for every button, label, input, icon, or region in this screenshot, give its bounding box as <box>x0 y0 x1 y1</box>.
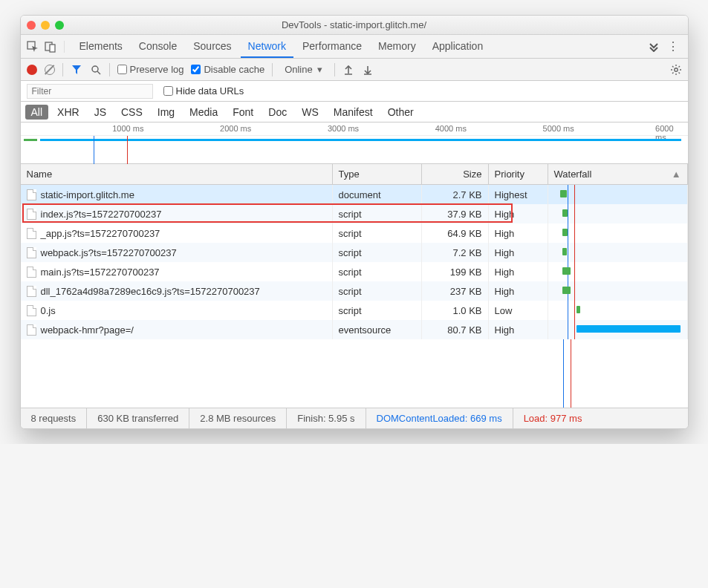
svg-rect-2 <box>50 45 55 52</box>
file-icon <box>27 324 36 336</box>
inspect-icon[interactable] <box>27 41 39 53</box>
inspect-tools <box>27 41 65 53</box>
table-row[interactable]: static-import.glitch.medocument2.7 KBHig… <box>21 185 688 204</box>
type-filter-ws[interactable]: WS <box>296 105 325 120</box>
chevron-down-icon: ▾ <box>317 64 322 75</box>
status-bar: 8 requests 630 KB transferred 2.8 MB res… <box>21 408 688 428</box>
table-row[interactable]: dll_1762a4d98a7289ec16c9.js?ts=157227070… <box>21 281 688 301</box>
window-title: DevTools - static-import.glitch.me/ <box>21 19 688 30</box>
throttling-select[interactable]: Online ▾ <box>280 64 327 75</box>
file-icon <box>27 228 36 239</box>
col-priority[interactable]: Priority <box>489 164 548 184</box>
col-size[interactable]: Size <box>422 164 489 184</box>
tab-performance[interactable]: Performance <box>295 36 369 58</box>
more-tabs-icon[interactable] <box>648 42 660 52</box>
table-row[interactable]: index.js?ts=1572270700237script37.9 KBHi… <box>21 204 688 223</box>
request-priority: High <box>489 262 548 281</box>
timeline-overview[interactable]: 1000 ms2000 ms3000 ms4000 ms5000 ms6000 … <box>21 122 688 164</box>
type-filter-img[interactable]: Img <box>152 105 181 120</box>
request-type: script <box>333 223 422 243</box>
type-filter-doc[interactable]: Doc <box>262 105 293 120</box>
download-har-icon[interactable] <box>362 64 374 76</box>
type-filter-xhr[interactable]: XHR <box>51 105 85 120</box>
request-type: script <box>333 281 422 301</box>
disable-cache-checkbox[interactable]: Disable cache <box>191 64 264 75</box>
timeline-tick: 4000 ms <box>435 124 467 133</box>
type-filter-media[interactable]: Media <box>184 105 224 120</box>
request-name: index.js?ts=1572270700237 <box>41 209 162 220</box>
hide-data-urls-label: Hide data URLs <box>176 85 244 97</box>
table-row[interactable]: webpack.js?ts=1572270700237script7.2 KBH… <box>21 243 688 262</box>
table-row[interactable]: _app.js?ts=1572270700237script64.9 KBHig… <box>21 223 688 243</box>
clear-button[interactable] <box>45 65 55 75</box>
request-type: script <box>333 204 422 223</box>
type-filter-all[interactable]: All <box>25 105 49 120</box>
request-name: webpack-hmr?page=/ <box>41 324 134 336</box>
tab-sources[interactable]: Sources <box>186 36 238 58</box>
col-type[interactable]: Type <box>333 164 422 184</box>
table-row[interactable]: 0.jsscript1.0 KBLow <box>21 301 688 320</box>
tab-network[interactable]: Network <box>241 36 293 58</box>
request-priority: High <box>489 320 548 339</box>
col-waterfall[interactable]: Waterfall ▲ <box>548 164 688 184</box>
kebab-menu-icon[interactable]: ⋮ <box>667 39 679 53</box>
filter-input[interactable] <box>27 84 153 99</box>
status-requests: 8 requests <box>21 408 88 428</box>
svg-point-3 <box>92 66 98 72</box>
svg-line-4 <box>97 71 100 74</box>
panel-tabs: ElementsConsoleSourcesNetworkPerformance… <box>72 36 491 58</box>
request-type: eventsource <box>333 320 422 339</box>
file-icon <box>27 189 36 200</box>
status-resources: 2.8 MB resources <box>189 408 287 428</box>
svg-point-7 <box>674 68 677 71</box>
file-icon <box>27 286 36 297</box>
titlebar: DevTools - static-import.glitch.me/ <box>21 16 688 35</box>
type-filter-bar: AllXHRJSCSSImgMediaFontDocWSManifestOthe… <box>21 102 688 122</box>
request-name: main.js?ts=1572270700237 <box>41 267 160 278</box>
file-icon <box>27 247 36 258</box>
filter-toggle-icon[interactable] <box>71 64 82 76</box>
throttling-label: Online <box>285 64 313 75</box>
tab-memory[interactable]: Memory <box>371 36 423 58</box>
status-load: Load: 977 ms <box>513 408 593 428</box>
type-filter-css[interactable]: CSS <box>115 105 149 120</box>
panel-tabs-bar: ElementsConsoleSourcesNetworkPerformance… <box>21 35 688 59</box>
col-name[interactable]: Name <box>21 164 333 184</box>
file-icon <box>27 305 36 316</box>
filter-bar: Hide data URLs <box>21 81 688 102</box>
type-filter-manifest[interactable]: Manifest <box>328 105 379 120</box>
request-type: script <box>333 243 422 262</box>
request-type: script <box>333 301 422 320</box>
preserve-log-label: Preserve log <box>130 64 184 75</box>
request-priority: High <box>489 204 548 223</box>
request-priority: Low <box>489 301 548 320</box>
tab-elements[interactable]: Elements <box>72 36 130 58</box>
request-size: 2.7 KB <box>422 185 489 204</box>
timeline-tick: 3000 ms <box>328 124 359 133</box>
preserve-log-checkbox[interactable]: Preserve log <box>117 64 184 75</box>
tab-console[interactable]: Console <box>131 36 184 58</box>
search-icon[interactable] <box>90 64 102 76</box>
type-filter-js[interactable]: JS <box>88 105 112 120</box>
sort-asc-icon: ▲ <box>672 169 681 180</box>
disable-cache-label: Disable cache <box>204 64 264 75</box>
request-size: 80.7 KB <box>422 320 489 339</box>
upload-har-icon[interactable] <box>342 64 354 76</box>
request-size: 64.9 KB <box>422 223 489 243</box>
timeline-tick: 5000 ms <box>543 124 574 133</box>
hide-data-urls-checkbox[interactable]: Hide data URLs <box>163 85 244 97</box>
table-row[interactable]: webpack-hmr?page=/eventsource80.7 KBHigh <box>21 320 688 339</box>
request-name: webpack.js?ts=1572270700237 <box>41 247 177 258</box>
network-table[interactable]: static-import.glitch.medocument2.7 KBHig… <box>21 185 688 408</box>
record-button[interactable] <box>27 65 37 75</box>
type-filter-font[interactable]: Font <box>227 105 259 120</box>
request-size: 1.0 KB <box>422 301 489 320</box>
device-toggle-icon[interactable] <box>45 41 56 53</box>
file-icon <box>27 267 36 278</box>
tab-application[interactable]: Application <box>425 36 491 58</box>
status-finish: Finish: 5.95 s <box>287 408 366 428</box>
type-filter-other[interactable]: Other <box>382 105 420 120</box>
status-dcl: DOMContentLoaded: 669 ms <box>366 408 513 428</box>
settings-gear-icon[interactable] <box>670 64 682 76</box>
table-row[interactable]: main.js?ts=1572270700237script199 KBHigh <box>21 262 688 281</box>
